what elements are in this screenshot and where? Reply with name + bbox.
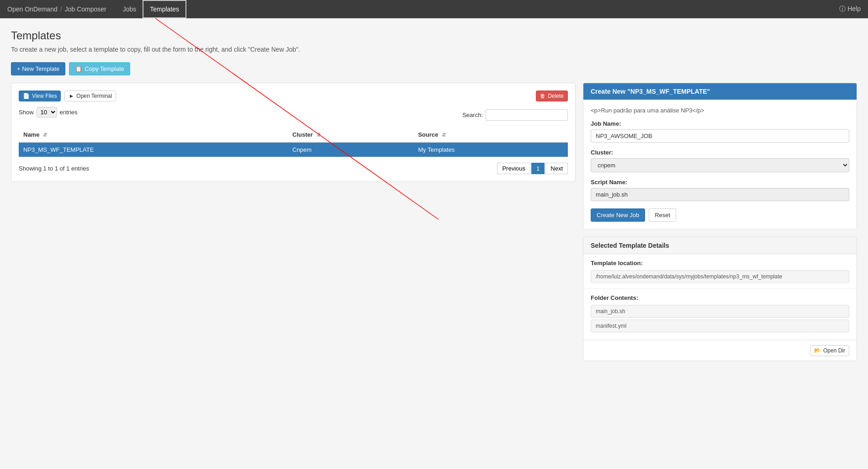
col-name[interactable]: Name ⇵ xyxy=(19,128,288,142)
job-name-label: Job Name: xyxy=(591,120,849,127)
help-link[interactable]: ⓘ Help xyxy=(839,5,861,12)
navbar-separator: / xyxy=(60,5,62,13)
template-details-panel: Selected Template Details Template locat… xyxy=(583,237,857,361)
trash-icon: 🗑 xyxy=(540,93,545,99)
copy-icon: 📋 xyxy=(75,65,82,72)
script-name-group: Script Name: xyxy=(591,179,849,201)
table-section: 📄 View Files ► Open Terminal 🗑 Delete xyxy=(11,83,576,182)
folder-contents-section: Folder Contents: main_job.sh manifest.ym… xyxy=(583,289,857,340)
sort-icon-cluster: ⇵ xyxy=(317,132,321,138)
sort-icon-source: ⇵ xyxy=(442,132,446,138)
page-1-button[interactable]: 1 xyxy=(531,163,545,174)
navbar-app-title: Job Composer xyxy=(65,5,106,13)
navbar: Open OnDemand / Job Composer Jobs Templa… xyxy=(0,0,868,18)
template-location-label: Template location: xyxy=(591,260,849,266)
cluster-group: Cluster: cnpem xyxy=(591,149,849,172)
table-toolbar: 📄 View Files ► Open Terminal 🗑 Delete xyxy=(19,91,568,101)
folder-item-0: main_job.sh xyxy=(591,305,849,318)
search-label: Search: xyxy=(462,112,483,118)
left-column: 📄 View Files ► Open Terminal 🗑 Delete xyxy=(11,83,576,182)
script-name-label: Script Name: xyxy=(591,179,849,186)
open-terminal-button[interactable]: ► Open Terminal xyxy=(64,91,116,101)
template-location-section: Template location: /home/luiz.alves/onde… xyxy=(583,254,857,289)
open-dir-icon: 📂 xyxy=(814,347,821,354)
create-job-panel-body: <p>Run padrão para uma análise NP3</p> J… xyxy=(583,100,857,229)
template-location-value: /home/luiz.alves/ondemand/data/sys/myjob… xyxy=(591,270,849,283)
show-entries: Show 10 25 50 entries xyxy=(19,107,78,117)
folder-contents-label: Folder Contents: xyxy=(591,294,849,301)
entries-select[interactable]: 10 25 50 xyxy=(37,107,57,117)
job-name-input[interactable] xyxy=(591,129,849,143)
showing-text: Showing 1 to 1 of 1 entries xyxy=(19,165,89,172)
terminal-icon: ► xyxy=(69,93,74,99)
table-row[interactable]: NP3_MS_WF_TEMPLATE Cnpem My Templates xyxy=(19,142,568,157)
cell-source: My Templates xyxy=(413,142,568,157)
search-area: Search: xyxy=(462,109,568,121)
job-name-group: Job Name: xyxy=(591,120,849,143)
create-new-job-button[interactable]: Create New Job xyxy=(591,208,645,222)
page-subtitle: To create a new job, select a template t… xyxy=(11,46,857,53)
view-files-icon: 📄 xyxy=(23,93,30,99)
action-buttons: + New Template 📋 Copy Template xyxy=(11,62,857,75)
folder-item-1: manifest.yml xyxy=(591,320,849,332)
cluster-select[interactable]: cnpem xyxy=(591,158,849,172)
template-details-header: Selected Template Details xyxy=(583,237,857,254)
cell-name: NP3_MS_WF_TEMPLATE xyxy=(19,142,288,157)
next-button[interactable]: Next xyxy=(545,163,568,174)
data-table: Name ⇵ Cluster ⇵ Source ⇵ xyxy=(19,128,568,157)
pagination-controls: Previous 1 Next xyxy=(497,163,568,174)
create-job-panel-header: Create New "NP3_MS_WF_TEMPLATE" xyxy=(583,83,857,100)
pagination-area: Showing 1 to 1 of 1 entries Previous 1 N… xyxy=(19,163,568,174)
template-description: <p>Run padrão para uma análise NP3</p> xyxy=(591,107,849,114)
search-input[interactable] xyxy=(486,109,568,121)
copy-template-button[interactable]: 📋 Copy Template xyxy=(69,62,130,75)
cluster-label: Cluster: xyxy=(591,149,849,156)
navbar-brand[interactable]: Open OnDemand xyxy=(7,5,58,13)
nav-item-templates[interactable]: Templates xyxy=(143,0,186,18)
open-dir-button[interactable]: 📂 Open Dir xyxy=(810,345,849,356)
view-files-button[interactable]: 📄 View Files xyxy=(19,91,61,101)
page-title: Templates xyxy=(11,29,857,42)
sort-icon-name: ⇵ xyxy=(43,132,47,138)
reset-button[interactable]: Reset xyxy=(649,208,676,222)
new-template-button[interactable]: + New Template xyxy=(11,62,65,75)
cell-cluster: Cnpem xyxy=(288,142,413,157)
delete-button[interactable]: 🗑 Delete xyxy=(536,91,568,101)
create-job-panel: Create New "NP3_MS_WF_TEMPLATE" <p>Run p… xyxy=(583,83,857,229)
right-column: Create New "NP3_MS_WF_TEMPLATE" <p>Run p… xyxy=(583,83,857,368)
col-cluster[interactable]: Cluster ⇵ xyxy=(288,128,413,142)
col-source[interactable]: Source ⇵ xyxy=(413,128,568,142)
nav-item-jobs[interactable]: Jobs xyxy=(116,0,143,18)
previous-button[interactable]: Previous xyxy=(497,163,530,174)
script-name-input xyxy=(591,188,849,201)
panel-footer: 📂 Open Dir xyxy=(583,340,857,361)
form-buttons: Create New Job Reset xyxy=(591,208,849,222)
